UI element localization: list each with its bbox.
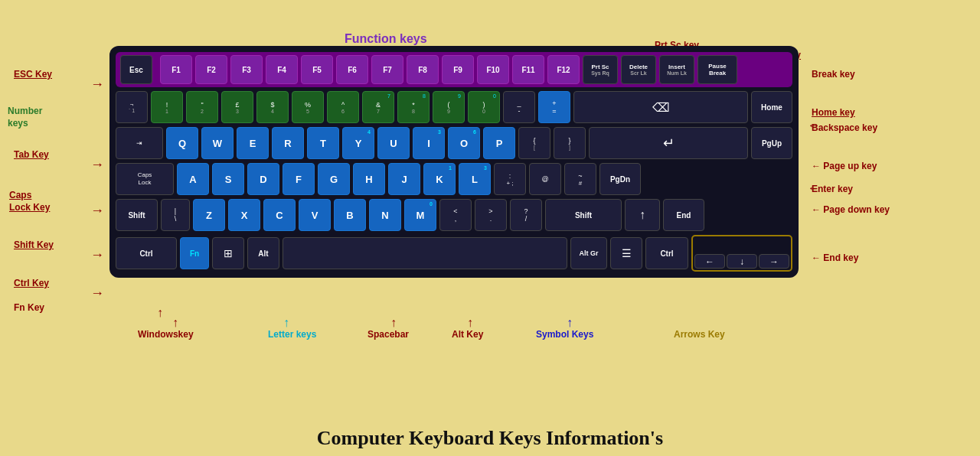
alt-arrow: ↑ xyxy=(467,316,473,330)
esc-arrow: → xyxy=(90,77,104,93)
key-f3[interactable]: F3 xyxy=(230,55,263,84)
key-f8[interactable]: F8 xyxy=(407,55,439,84)
key-shift-r[interactable]: Shift xyxy=(545,199,622,231)
key-semicolon[interactable]: :+ ; xyxy=(494,163,526,195)
key-f10[interactable]: F10 xyxy=(477,55,509,84)
symbol-arrow: ↑ xyxy=(567,316,573,330)
key-lbracket[interactable]: {[ xyxy=(518,127,550,159)
key-r[interactable]: R xyxy=(272,127,304,159)
key-rbracket[interactable]: }] xyxy=(554,127,586,159)
key-8[interactable]: 8*8 xyxy=(397,91,430,123)
key-q[interactable]: Q xyxy=(166,127,198,159)
key-g[interactable]: G xyxy=(318,163,350,195)
key-f11[interactable]: F11 xyxy=(512,55,544,84)
key-b[interactable]: B xyxy=(334,199,366,231)
key-f4[interactable]: F4 xyxy=(266,55,298,84)
key-2[interactable]: "2 xyxy=(186,91,218,123)
key-z[interactable]: Z xyxy=(193,199,225,231)
key-minus[interactable]: _- xyxy=(503,91,535,123)
key-right[interactable]: → xyxy=(759,254,789,269)
key-end[interactable]: End xyxy=(663,199,704,231)
esc-key-label: ESC Key xyxy=(14,69,52,80)
key-x[interactable]: X xyxy=(228,199,260,231)
key-f9[interactable]: F9 xyxy=(442,55,474,84)
key-m[interactable]: 0M xyxy=(404,199,436,231)
qwerty-row: ⇥ Q W E R T 4Y U 3I 6O P {[ }] ↵ PgUp xyxy=(116,127,792,159)
key-menu[interactable]: ☰ xyxy=(610,237,642,269)
tab-key-label: Tab Key xyxy=(14,149,49,160)
key-period[interactable]: >. xyxy=(475,199,507,231)
key-6[interactable]: ^6 xyxy=(327,91,359,123)
key-fn[interactable]: Fn xyxy=(180,237,209,269)
fn-arrow: ↑ xyxy=(157,306,163,320)
key-pgup[interactable]: PgUp xyxy=(751,127,792,159)
key-f6[interactable]: F6 xyxy=(336,55,368,84)
key-h[interactable]: H xyxy=(353,163,385,195)
bottom-row: Ctrl Fn ⊞ Alt Alt Gr ☰ Ctrl ← ↓ xyxy=(116,235,792,272)
key-capslock[interactable]: CapsLock xyxy=(116,163,174,195)
key-v[interactable]: V xyxy=(299,199,331,231)
key-t[interactable]: T xyxy=(307,127,339,159)
key-pause[interactable]: PauseBreak xyxy=(697,55,737,84)
key-o[interactable]: 6O xyxy=(448,127,480,159)
key-space[interactable] xyxy=(283,237,567,269)
key-a[interactable]: A xyxy=(177,163,209,195)
key-ctrl-r[interactable]: Ctrl xyxy=(645,237,688,269)
key-3[interactable]: £3 xyxy=(221,91,253,123)
key-i[interactable]: 3I xyxy=(413,127,445,159)
key-windows[interactable]: ⊞ xyxy=(212,237,244,269)
key-5[interactable]: %5 xyxy=(292,91,324,123)
key-left[interactable]: ← xyxy=(694,254,725,269)
key-home[interactable]: Home xyxy=(751,91,792,123)
key-f7[interactable]: F7 xyxy=(371,55,403,84)
key-e[interactable]: E xyxy=(237,127,269,159)
key-ctrl-l[interactable]: Ctrl xyxy=(116,237,177,269)
key-esc[interactable]: Esc xyxy=(120,55,152,84)
key-f12[interactable]: F12 xyxy=(547,55,580,84)
key-up[interactable]: ↑ xyxy=(625,199,660,231)
key-plus[interactable]: += xyxy=(538,91,570,123)
key-d[interactable]: D xyxy=(247,163,279,195)
key-4[interactable]: $4 xyxy=(256,91,289,123)
key-hash[interactable]: ~# xyxy=(564,163,596,195)
key-l[interactable]: 3L xyxy=(459,163,491,195)
key-enter-top[interactable]: ↵ xyxy=(589,127,748,159)
key-prtsc[interactable]: Prt ScSys Rq xyxy=(583,55,618,84)
key-f[interactable]: F xyxy=(283,163,315,195)
key-slash[interactable]: ?/ xyxy=(510,199,542,231)
key-j[interactable]: J xyxy=(388,163,420,195)
key-n[interactable]: N xyxy=(369,199,401,231)
key-9[interactable]: 9(9 xyxy=(433,91,465,123)
key-backtick[interactable]: ¬` 1 xyxy=(116,91,148,123)
key-f2[interactable]: F2 xyxy=(195,55,227,84)
key-f5[interactable]: F5 xyxy=(301,55,333,84)
key-pgdn[interactable]: PgDn xyxy=(599,163,641,195)
key-comma[interactable]: <, xyxy=(439,199,472,231)
key-delete[interactable]: DeleteScr Lk xyxy=(621,55,656,84)
key-w[interactable]: W xyxy=(201,127,234,159)
key-f1[interactable]: F1 xyxy=(160,55,192,84)
key-alt-l[interactable]: Alt xyxy=(247,237,279,269)
key-1[interactable]: !1 xyxy=(151,91,183,123)
number-row: ¬` 1 !1 "2 £3 $4 %5 ^6 7&7 8*8 9(9 0)0 _… xyxy=(116,91,792,123)
symbol-keys-label: Symbol Keys xyxy=(536,329,593,340)
page: Function keys ESC Key → Numberkeys Tab K… xyxy=(0,0,980,456)
key-k[interactable]: 1K xyxy=(423,163,456,195)
key-down[interactable]: ↓ xyxy=(727,254,757,269)
key-u[interactable]: U xyxy=(377,127,410,159)
key-altgr[interactable]: Alt Gr xyxy=(570,237,607,269)
key-insert[interactable]: InsertNum Lk xyxy=(659,55,694,84)
key-p[interactable]: P xyxy=(483,127,515,159)
ctrl-arrow: → xyxy=(90,285,104,301)
key-y[interactable]: 4Y xyxy=(342,127,374,159)
key-backspace[interactable]: ⌫ xyxy=(573,91,748,123)
key-tab[interactable]: ⇥ xyxy=(116,127,163,159)
key-shift-l[interactable]: Shift xyxy=(116,199,158,231)
key-at[interactable]: @ xyxy=(529,163,561,195)
function-keys-label: Function keys xyxy=(345,32,427,46)
key-c[interactable]: C xyxy=(263,199,296,231)
key-0[interactable]: 0)0 xyxy=(468,91,500,123)
key-pipe[interactable]: |\ xyxy=(161,199,190,231)
key-7[interactable]: 7&7 xyxy=(362,91,394,123)
key-s[interactable]: S xyxy=(212,163,244,195)
